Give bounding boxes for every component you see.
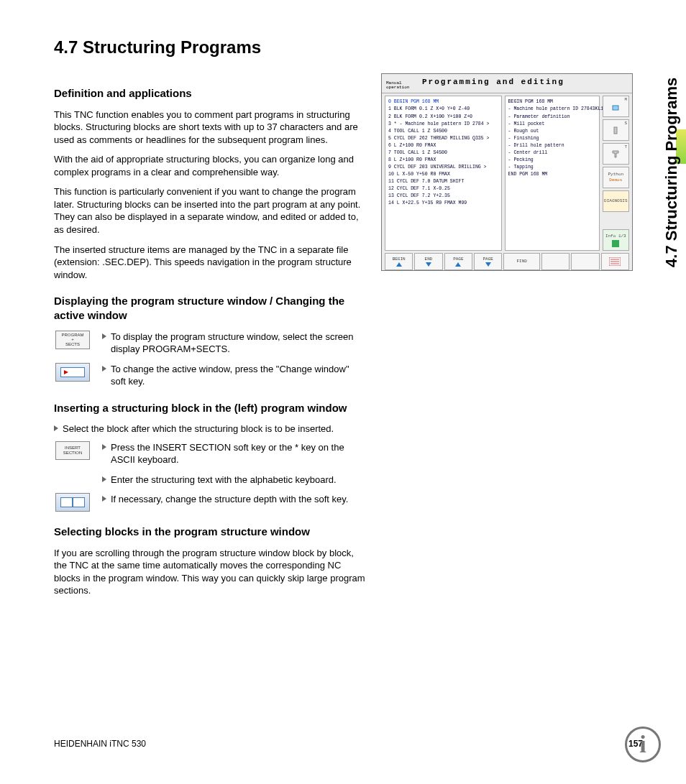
svg-rect-1: [614, 127, 617, 134]
code-line: 4 TOOL CALL 1 Z S4500: [388, 128, 498, 135]
bullet-icon: [102, 444, 106, 450]
side-btn-python: PythonDemos: [603, 167, 629, 188]
footer-btn-end: END: [414, 253, 442, 270]
code-line: 2 BLK FORM 0.2 X+100 Y+100 Z+0: [388, 114, 498, 121]
bullet-icon: [102, 333, 106, 339]
para: If you are scrolling through the program…: [54, 547, 367, 597]
softkey-insert-section: INSERT SECTION: [55, 441, 90, 460]
info-icon: i: [625, 727, 661, 762]
para: With the aid of appropriate structuring …: [54, 153, 367, 178]
heading-definition: Definition and applications: [54, 86, 367, 101]
page-title: 4.7 Structuring Programs: [54, 36, 643, 59]
step-text: To display the program structure window,…: [111, 331, 367, 356]
struct-line: END PGM 168 MM: [508, 171, 596, 178]
side-btn-m: M: [603, 96, 629, 117]
step-text: Enter the structuring text with the alph…: [111, 474, 337, 486]
screenshot-title: Programming and editing: [422, 77, 564, 88]
footer-btn-begin: BEGIN: [385, 253, 413, 270]
svg-rect-0: [613, 106, 618, 110]
para: This function is particularly convenient…: [54, 185, 367, 236]
code-line: 6 L Z+100 R0 FMAX: [388, 142, 498, 149]
code-line: 11 CYCL DEF 7.0 DATUM SHIFT: [388, 178, 498, 185]
side-btn-t: T: [603, 143, 629, 165]
heading-inserting-block: Inserting a structuring block in the (le…: [54, 401, 367, 415]
side-btn-info: Info 1/3: [603, 229, 629, 251]
footer-btn-list-icon: [601, 253, 629, 270]
footer-btn-blank: [571, 253, 599, 270]
mode-line: operation: [386, 86, 422, 90]
code-line: 13 CYCL DEF 7.2 Y+2.35: [388, 193, 498, 200]
struct-line: BEGIN PGM 168 MM: [508, 98, 596, 106]
side-btn-s: S: [603, 119, 629, 141]
code-line: 5 CYCL DEF 262 THREAD MILLING Q335 >: [388, 135, 498, 142]
bullet-icon: [54, 425, 58, 431]
code-line: 12 CYCL DEF 7.1 X-0.25: [388, 185, 498, 193]
softkey-change-window-icon: [55, 363, 90, 382]
step-text: If necessary, change the structure depth…: [111, 493, 348, 506]
step-text: Select the block after which the structu…: [63, 423, 334, 435]
struct-line: - Finishing: [508, 135, 596, 142]
program-pane: 0 BEGIN PGM 168 MM 1 BLK FORM 0.1 Z X+0 …: [385, 96, 502, 251]
side-section-tab: 4.7 Structuring Programs: [657, 29, 686, 316]
footer-btn-blank: [541, 253, 570, 270]
bullet-icon: [102, 476, 106, 482]
struct-line: - Parameter definition: [508, 114, 596, 121]
side-btn-diagnosis: DIAGNOSIS: [603, 190, 629, 212]
footer-btn-page-up: PAGE: [444, 253, 472, 270]
struct-line: - Mill pocket: [508, 121, 596, 128]
code-line: 0 BEGIN PGM 168 MM: [388, 98, 498, 106]
struct-line: - Rough out: [508, 128, 596, 135]
para: The inserted structure items are managed…: [54, 244, 367, 282]
code-line: 8 L Z+100 R0 FMAX: [388, 157, 498, 164]
structure-pane: BEGIN PGM 168 MM - Machine hole pattern …: [505, 96, 600, 251]
step-text: Press the INSERT SECTION soft key or the…: [111, 441, 367, 466]
struct-line: - Pecking: [508, 157, 596, 164]
struct-line: - Center drill: [508, 149, 596, 157]
tnc-screenshot: Manualoperation Programming and editing …: [381, 73, 633, 271]
struct-line: - Tapping: [508, 164, 596, 171]
struct-line: - Drill hole pattern: [508, 142, 596, 149]
para: This TNC function enables you to comment…: [54, 109, 367, 147]
bullet-icon: [102, 366, 106, 372]
code-line: 10 L X-50 Y+50 R0 FMAX: [388, 171, 498, 178]
step-text: To change the active window, press the "…: [111, 363, 367, 388]
bullet-icon: [102, 496, 106, 502]
struct-line: - Machine hole pattern ID 27843KL1: [508, 106, 596, 113]
footer-product: HEIDENHAIN iTNC 530: [54, 738, 146, 750]
code-line: 3 * - Machine hole pattern ID 2784 >: [388, 121, 498, 128]
code-line: 7 TOOL CALL 1 Z S4500: [388, 149, 498, 157]
softkey-depth-icon: [55, 493, 90, 512]
code-line: 9 CYCL DEF 203 UNIVERSAL DRILLING >: [388, 164, 498, 171]
heading-selecting-blocks: Selecting blocks in the program structur…: [54, 525, 367, 539]
heading-display-window: Displaying the program structure window …: [54, 294, 367, 323]
code-line: 14 L X+22.5 Y+35 R0 FMAX M99: [388, 200, 498, 207]
softkey-program-sects: PROGRAM + SECTS: [55, 331, 90, 349]
footer-btn-page-down: PAGE: [474, 253, 502, 270]
footer-btn-find: FIND: [503, 253, 540, 270]
code-line: 1 BLK FORM 0.1 Z X+0 Y+0 Z-40: [388, 106, 498, 113]
